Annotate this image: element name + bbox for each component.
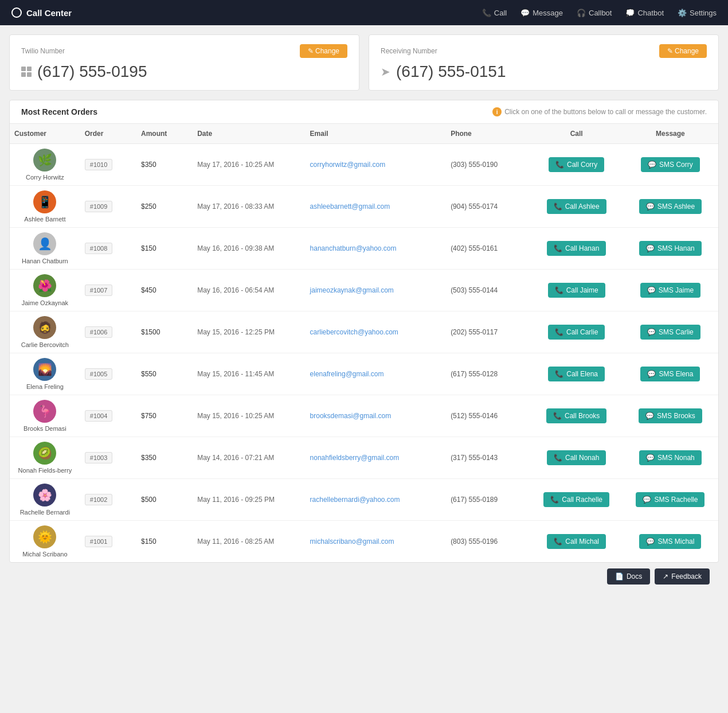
call-icon: 📞 (553, 412, 562, 420)
brand-label: Call Center (26, 8, 72, 18)
date: May 16, 2016 - 09:38 AM (193, 228, 305, 270)
sms-button-corry[interactable]: 💬 SMS Corry (641, 157, 700, 172)
headphone-icon: 🎧 (577, 9, 586, 17)
sms-icon: 💬 (646, 202, 655, 211)
table-row: 🌄 Elena Freling #1005 $550 May 15, 2016 … (10, 353, 718, 395)
phone: (617) 555-0189 (446, 479, 530, 521)
nav-settings[interactable]: ⚙️ Settings (678, 9, 717, 17)
table-row: 👤 Hanan Chatburn #1008 $150 May 16, 2016… (10, 228, 718, 270)
sms-button-jaime[interactable]: 💬 SMS Jaime (640, 283, 700, 298)
email: nonahfieldsberry@gmail.com (306, 437, 447, 479)
date: May 15, 2016 - 12:25 PM (193, 311, 305, 353)
th-message: Message (623, 124, 718, 144)
email: michalscribano@gmail.com (306, 521, 447, 563)
sms-button-rachelle[interactable]: 💬 SMS Rachelle (636, 492, 704, 507)
call-button-ashlee[interactable]: 📞 Call Ashlee (547, 199, 606, 214)
table-row: 🌞 Michal Scribano #1001 $150 May 11, 201… (10, 521, 718, 563)
topnav-links: 📞 Call 💬 Message 🎧 Callbot 💭 Chatbot ⚙️ … (482, 9, 717, 17)
amount: $1500 (136, 311, 193, 353)
orders-title: Most Recent Orders (21, 107, 97, 116)
sms-button-elena[interactable]: 💬 SMS Elena (640, 367, 700, 381)
customer-cell: 🌺 Jaime Ozkaynak (14, 274, 76, 306)
amount: $750 (136, 395, 193, 437)
orders-table: Customer Order Amount Date Email Phone C… (10, 124, 718, 562)
phone: (904) 555-0174 (446, 186, 530, 228)
orders-header: Most Recent Orders i Click on one of the… (10, 100, 718, 124)
email: hananchatburn@yahoo.com (306, 228, 447, 270)
sms-icon: 💬 (643, 496, 651, 504)
call-button-jaime[interactable]: 📞 Call Jaime (548, 283, 605, 298)
table-row: 🌿 Corry Horwitz #1010 $350 May 17, 2016 … (10, 144, 718, 186)
sms-button-hanan[interactable]: 💬 SMS Hanan (639, 241, 702, 256)
phone: (202) 555-0117 (446, 311, 530, 353)
email: brooksdemasi@gmail.com (306, 395, 447, 437)
call-button-michal[interactable]: 📞 Call Michal (547, 534, 606, 549)
sms-icon: 💬 (646, 537, 655, 546)
avatar: 📱 (33, 190, 56, 213)
nav-callbot[interactable]: 🎧 Callbot (577, 9, 612, 17)
phone: (803) 555-0196 (446, 521, 530, 563)
call-icon: 📞 (554, 202, 562, 211)
sms-button-carlie[interactable]: 💬 SMS Carlie (640, 325, 700, 340)
customer-name: Ashlee Barnett (24, 216, 65, 223)
call-button-nonah[interactable]: 📞 Call Nonah (547, 450, 606, 465)
sms-button-brooks[interactable]: 💬 SMS Brooks (639, 408, 702, 423)
email: rachellebernardi@yahoo.com (306, 479, 447, 521)
call-button-elena[interactable]: 📞 Call Elena (548, 367, 605, 381)
footer-bar: 📄 Docs ↗ Feedback (9, 563, 719, 590)
sms-button-nonah[interactable]: 💬 SMS Nonah (639, 450, 702, 465)
phone-icon: 📞 (482, 9, 491, 17)
email: jaimeozkaynak@gmail.com (306, 270, 447, 311)
amount: $150 (136, 228, 193, 270)
call-icon: 📞 (555, 328, 563, 336)
call-button-hanan[interactable]: 📞 Call Hanan (547, 241, 606, 256)
call-icon: 📞 (555, 370, 563, 378)
customer-cell: 🦩 Brooks Demasi (14, 400, 76, 432)
brand: Call Center (11, 7, 72, 18)
email: ashleebarnett@gmail.com (306, 186, 447, 228)
customer-cell: 🌿 Corry Horwitz (14, 149, 76, 181)
twilio-change-button[interactable]: ✎ Change (300, 44, 347, 58)
info-icon: i (492, 107, 502, 116)
sms-button-ashlee[interactable]: 💬 SMS Ashlee (639, 199, 702, 214)
order-badge: #1006 (85, 326, 113, 338)
call-icon: 📞 (554, 454, 562, 462)
call-icon: 📞 (550, 496, 559, 504)
email: corryhorwitz@gmail.com (306, 144, 447, 186)
receiving-number: (617) 555-0151 (396, 63, 506, 81)
table-row: 🌸 Rachelle Bernardi #1002 $500 May 11, 2… (10, 479, 718, 521)
feedback-button[interactable]: ↗ Feedback (655, 568, 710, 585)
nav-chatbot[interactable]: 💭 Chatbot (625, 9, 664, 17)
docs-button[interactable]: 📄 Docs (607, 568, 650, 585)
sms-icon: 💬 (646, 244, 655, 252)
call-button-rachelle[interactable]: 📞 Call Rachelle (543, 492, 609, 507)
date: May 16, 2016 - 06:54 AM (193, 270, 305, 311)
th-order: Order (80, 124, 136, 144)
nav-call[interactable]: 📞 Call (482, 9, 507, 17)
call-button-carlie[interactable]: 📞 Call Carlie (548, 325, 605, 340)
date: May 15, 2016 - 11:45 AM (193, 353, 305, 395)
main-content: Twilio Number ✎ Change (617) 555-0195 Re… (0, 25, 728, 599)
phone: (317) 555-0143 (446, 437, 530, 479)
orders-hint: i Click on one of the buttons below to c… (492, 107, 707, 116)
customer-cell: 🌄 Elena Freling (14, 358, 76, 390)
email: carliebercovitch@yahoo.com (306, 311, 447, 353)
call-button-corry[interactable]: 📞 Call Corry (549, 157, 604, 172)
table-row: 🧔 Carlie Bercovitch #1006 $1500 May 15, … (10, 311, 718, 353)
amount: $350 (136, 144, 193, 186)
order-badge: #1009 (85, 201, 113, 212)
order-badge: #1001 (85, 536, 113, 547)
sms-icon: 💬 (645, 412, 654, 420)
date: May 11, 2016 - 08:25 AM (193, 521, 305, 563)
customer-cell: 🥝 Nonah Fields-berry (14, 442, 76, 474)
amount: $500 (136, 479, 193, 521)
receiving-change-button[interactable]: ✎ Change (659, 44, 707, 58)
avatar: 🥝 (33, 442, 56, 465)
sms-button-michal[interactable]: 💬 SMS Michal (639, 534, 701, 549)
call-button-brooks[interactable]: 📞 Call Brooks (546, 408, 606, 423)
nav-message[interactable]: 💬 Message (520, 9, 563, 17)
call-icon: 📞 (555, 161, 564, 169)
twilio-label: Twilio Number (21, 47, 65, 55)
docs-icon: 📄 (615, 572, 624, 580)
chat-icon: 💭 (625, 9, 635, 17)
